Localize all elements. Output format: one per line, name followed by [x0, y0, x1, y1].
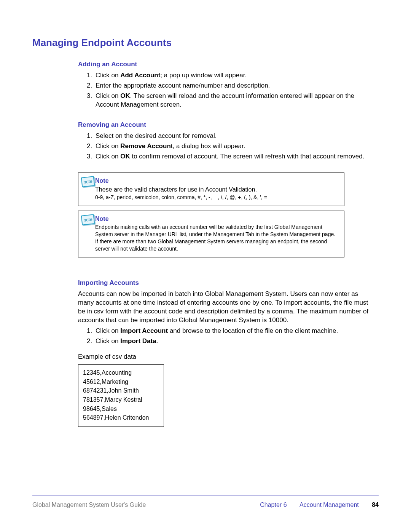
step-bold: Import Account [120, 327, 168, 334]
page-footer: Global Management System User's Guide Ch… [32, 495, 379, 509]
steps-importing: Click on Import Account and browse to th… [86, 327, 379, 346]
page-title: Managing Endpoint Accounts [32, 36, 379, 50]
step-bold: OK [120, 153, 130, 160]
heading-adding: Adding an Account [78, 60, 379, 69]
csv-line: 45612,Marketing [83, 378, 159, 386]
step-bold: Add Account [120, 72, 160, 79]
document-page: Managing Endpoint Accounts Adding an Acc… [0, 0, 411, 450]
steps-removing: Select on the desired account for remova… [86, 132, 379, 161]
step-item: Click on OK to confirm removal of accoun… [94, 152, 379, 161]
csv-line: 12345,Accounting [83, 369, 159, 377]
heading-importing: Importing Accounts [78, 279, 379, 288]
step-bold: Remove Accoun [120, 142, 171, 150]
csv-line: 6874231,John Smith [83, 387, 159, 395]
footer-page-number: 84 [372, 502, 379, 508]
csv-example-box: 12345,Accounting45612,Marketing6874231,J… [78, 364, 164, 427]
note-label: Note [95, 215, 339, 223]
note-label: Note [95, 177, 339, 185]
note-body: Endpoints making calls with an account n… [95, 224, 339, 252]
csv-line: 564897,Helen Critendon [83, 414, 159, 422]
step-item: Click on Import Account and browse to th… [94, 327, 379, 335]
step-item: Enter the appropriate account name/numbe… [94, 81, 379, 90]
step-bold: Import Data [120, 337, 156, 345]
step-item: Select on the desired account for remova… [94, 132, 379, 141]
section-removing: Removing an Account Select on the desire… [78, 121, 379, 161]
csv-line: 781357,Marcy Kestral [83, 396, 159, 404]
importing-steps-wrap: Click on Import Account and browse to th… [78, 327, 379, 346]
footer-guide-title: Global Management System User's Guide [32, 501, 146, 509]
section-importing: Importing Accounts [78, 279, 379, 288]
importing-intro: Accounts can now be imported in batch in… [78, 290, 375, 325]
note-box-valid-chars: note Note These are the valid characters… [78, 173, 344, 206]
section-adding: Adding an Account Click on Add Account; … [78, 60, 379, 109]
footer-chapter: Chapter 6 [260, 502, 287, 508]
step-item: Click on Add Account; a pop up window wi… [94, 71, 379, 80]
step-item: Click on Import Data. [94, 337, 379, 346]
note-icon: note [81, 214, 95, 225]
note-box-validation: note Note Endpoints making calls with an… [78, 211, 344, 257]
step-bold: OK [120, 92, 130, 99]
note-icon: note [81, 176, 95, 187]
step-item: Click on Remove Account, a dialog box wi… [94, 142, 379, 151]
note-chars: 0-9, a-Z, period, semicolon, colon, comm… [95, 194, 339, 201]
step-item: Click on OK. The screen will reload and … [94, 92, 379, 109]
footer-rule [32, 495, 379, 495]
footer-section: Account Management [299, 502, 359, 508]
heading-removing: Removing an Account [78, 121, 379, 129]
note-body: These are the valid characters for use i… [95, 185, 339, 194]
csv-line: 98645,Sales [83, 405, 159, 413]
steps-adding: Click on Add Account; a pop up window wi… [86, 71, 379, 109]
csv-example-label: Example of csv data [78, 353, 379, 361]
